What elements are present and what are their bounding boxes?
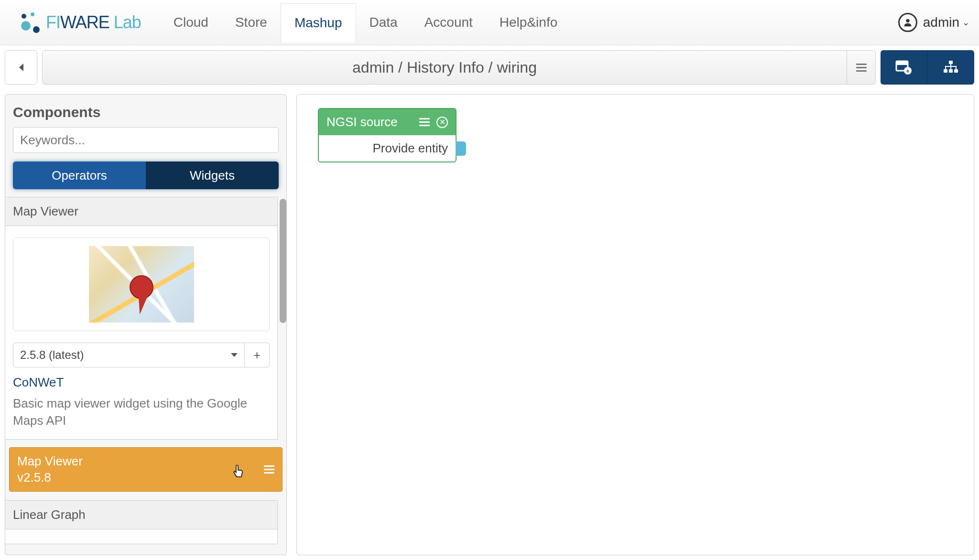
node-menu-icon[interactable] xyxy=(419,116,430,128)
breadcrumb: admin / History Info / wiring xyxy=(43,59,847,76)
add-instance-button[interactable]: + xyxy=(245,343,270,367)
wiring-view-button[interactable] xyxy=(927,50,974,85)
user-name: admin xyxy=(923,15,959,30)
svg-text:+: + xyxy=(906,68,909,75)
instance-name: Map Viewer xyxy=(17,453,83,470)
tab-widgets[interactable]: Widgets xyxy=(146,162,279,189)
nav-cloud[interactable]: Cloud xyxy=(160,3,222,42)
toolbar: admin / History Info / wiring + xyxy=(0,45,979,89)
endpoint-label: Provide entity xyxy=(372,141,448,155)
component-card-map-viewer: Map Viewer 2.5.8 (latest) + xyxy=(5,197,278,440)
search-input[interactable] xyxy=(13,127,279,153)
breadcrumb-menu-button[interactable] xyxy=(847,51,875,84)
caret-down-icon xyxy=(231,353,238,357)
sidebar-title: Components xyxy=(5,95,286,127)
svg-rect-6 xyxy=(896,61,908,65)
svg-point-3 xyxy=(33,26,40,33)
component-list: Map Viewer 2.5.8 (latest) + xyxy=(5,197,286,555)
svg-rect-10 xyxy=(944,69,947,73)
hamburger-icon xyxy=(856,62,867,74)
version-label: 2.5.8 (latest) xyxy=(20,348,84,362)
svg-rect-9 xyxy=(949,61,953,64)
action-buttons: + xyxy=(881,50,974,85)
user-icon xyxy=(898,13,917,32)
breadcrumb-bar: admin / History Info / wiring xyxy=(42,50,876,85)
component-description: Basic map viewer widget using the Google… xyxy=(5,395,277,439)
svg-point-2 xyxy=(21,21,31,31)
version-row: 2.5.8 (latest) + xyxy=(13,343,270,367)
component-instance-map-viewer[interactable]: Map Viewer v2.5.8 xyxy=(9,447,283,492)
logo-text: FIWARE Lab xyxy=(46,12,141,32)
version-select[interactable]: 2.5.8 (latest) xyxy=(13,343,245,367)
svg-rect-12 xyxy=(954,69,958,73)
svg-point-4 xyxy=(906,19,909,22)
svg-point-0 xyxy=(22,14,26,19)
component-card-linear-graph: Linear Graph xyxy=(5,500,278,544)
node-title: NGSI source xyxy=(326,115,398,129)
node-endpoint[interactable]: Provide entity xyxy=(319,135,456,162)
instance-menu-icon[interactable] xyxy=(264,463,274,475)
nav-data[interactable]: Data xyxy=(356,3,411,42)
endpoint-port[interactable] xyxy=(456,141,466,156)
top-navigation: FIWARE Lab Cloud Store Mashup Data Accou… xyxy=(0,0,979,45)
main-content: Components Operators Widgets Map Viewer xyxy=(0,89,979,560)
node-ngsi-source[interactable]: NGSI source ✕ Provide entity xyxy=(318,108,457,162)
component-tabs: Operators Widgets xyxy=(13,162,279,189)
card-header: Map Viewer xyxy=(5,197,277,226)
tab-operators[interactable]: Operators xyxy=(13,162,146,189)
card-thumbnail xyxy=(13,237,270,331)
svg-point-1 xyxy=(31,12,34,16)
nav-account[interactable]: Account xyxy=(411,3,486,42)
back-button[interactable] xyxy=(5,50,37,85)
chevron-down-icon: ⌄ xyxy=(962,17,969,28)
nav-mashup[interactable]: Mashup xyxy=(281,3,356,43)
nav-help[interactable]: Help&info xyxy=(486,3,571,42)
nav-store[interactable]: Store xyxy=(222,3,281,42)
map-pin-icon xyxy=(130,275,153,314)
fiware-lab-logo[interactable]: FIWARE Lab xyxy=(19,11,141,34)
node-close-icon[interactable]: ✕ xyxy=(436,117,448,128)
node-header-icons: ✕ xyxy=(419,116,448,128)
vendor-label: CoNWeT xyxy=(5,375,277,395)
card-header: Linear Graph xyxy=(5,501,277,529)
wiring-canvas[interactable]: NGSI source ✕ Provide entity xyxy=(296,94,974,555)
cursor-pointer-icon xyxy=(232,465,245,483)
caret-left-icon xyxy=(19,64,23,71)
node-header[interactable]: NGSI source ✕ xyxy=(319,109,456,135)
scrollbar-thumb[interactable] xyxy=(280,199,286,323)
components-sidebar: Components Operators Widgets Map Viewer xyxy=(5,94,287,555)
map-thumbnail-image xyxy=(89,246,194,323)
nav-items: Cloud Store Mashup Data Account Help&inf… xyxy=(160,0,571,45)
instance-version: v2.5.8 xyxy=(17,470,83,486)
user-menu[interactable]: admin ⌄ xyxy=(898,13,969,32)
instance-text: Map Viewer v2.5.8 xyxy=(17,453,83,486)
add-component-button[interactable]: + xyxy=(881,50,927,85)
svg-rect-11 xyxy=(949,69,953,73)
